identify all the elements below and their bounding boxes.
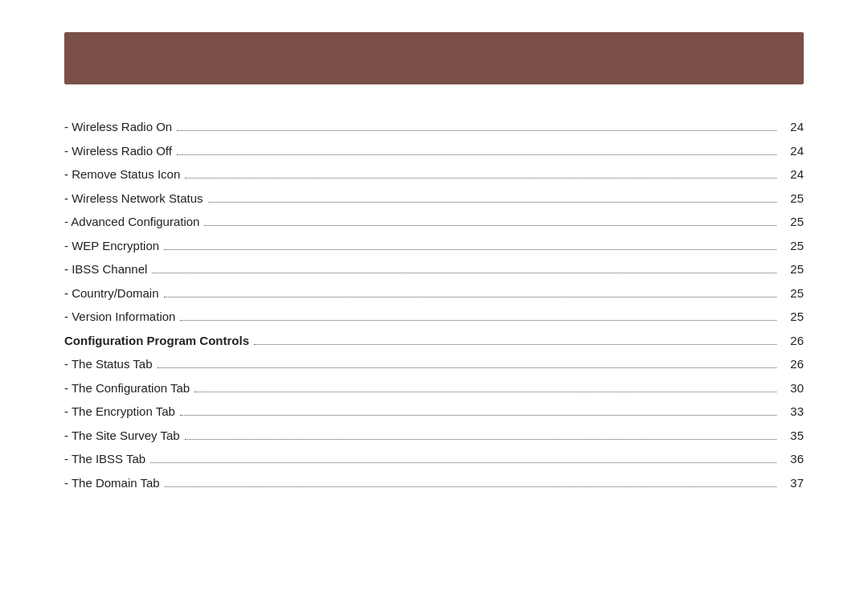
toc-page: 24 [781,141,804,162]
toc-row: - WEP Encryption25 [64,236,804,256]
toc-label: - IBSS Channel [64,259,147,280]
toc-row: - Wireless Radio Off24 [64,141,804,162]
toc-row: - The Configuration Tab30 [64,378,804,399]
toc-label: - The Status Tab [64,354,153,375]
toc-label: - The Domain Tab [64,473,160,494]
toc-dots [204,225,776,226]
toc-row: - Remove Status Icon24 [64,164,804,185]
toc-dots [164,249,776,250]
toc-content: - Wireless Radio On24- Wireless Radio Of… [64,117,804,493]
toc-dots [177,130,776,131]
toc-row: Configuration Program Controls26 [64,330,804,351]
toc-label: - Wireless Radio Off [64,141,172,162]
toc-dots [180,415,776,416]
toc-row: - Wireless Network Status25 [64,188,804,209]
toc-dots [208,202,776,203]
toc-dots [158,367,776,368]
toc-label: - Advanced Configuration [64,211,199,232]
toc-dots [254,344,776,345]
toc-page: 25 [781,306,804,327]
toc-dots [152,273,776,273]
toc-label: - The Encryption Tab [64,401,175,422]
toc-page: 25 [781,283,804,304]
toc-row: - Country/Domain25 [64,283,804,304]
toc-row: - The Status Tab26 [64,354,804,375]
toc-dots [150,462,776,463]
toc-label: - Wireless Radio On [64,117,172,137]
toc-page: 26 [781,354,804,375]
toc-label: Configuration Program Controls [64,330,249,351]
toc-label: - Version Information [64,306,175,327]
toc-label: - The Site Survey Tab [64,425,180,446]
toc-row: - Version Information25 [64,306,804,327]
toc-dots [165,486,776,487]
toc-dots [194,392,776,392]
toc-label: - Remove Status Icon [64,164,180,185]
toc-page: 25 [781,188,804,209]
toc-dots [185,178,776,178]
toc-page: 37 [781,473,804,494]
toc-row: - Advanced Configuration25 [64,211,804,232]
toc-label: - The IBSS Tab [64,449,145,470]
toc-row: - The Encryption Tab33 [64,401,804,422]
toc-page: 30 [781,378,804,399]
toc-label: - Country/Domain [64,283,159,304]
header-bar [64,32,804,84]
toc-row: - Wireless Radio On24 [64,117,804,137]
toc-row: - The Domain Tab37 [64,473,804,494]
toc-page: 25 [781,211,804,232]
toc-row: - The Site Survey Tab35 [64,425,804,446]
toc-row: - The IBSS Tab36 [64,449,804,470]
toc-page: 24 [781,117,804,137]
toc-row: - IBSS Channel25 [64,259,804,280]
toc-page: 33 [781,401,804,422]
toc-page: 25 [781,259,804,280]
toc-page: 25 [781,236,804,256]
toc-page: 36 [781,449,804,470]
toc-dots [180,320,776,321]
toc-label: - Wireless Network Status [64,188,203,209]
toc-label: - The Configuration Tab [64,378,190,399]
toc-page: 24 [781,164,804,185]
toc-dots [185,439,776,440]
toc-dots [164,297,776,297]
toc-page: 26 [781,330,804,351]
toc-label: - WEP Encryption [64,236,159,256]
toc-dots [177,154,776,155]
toc-page: 35 [781,425,804,446]
